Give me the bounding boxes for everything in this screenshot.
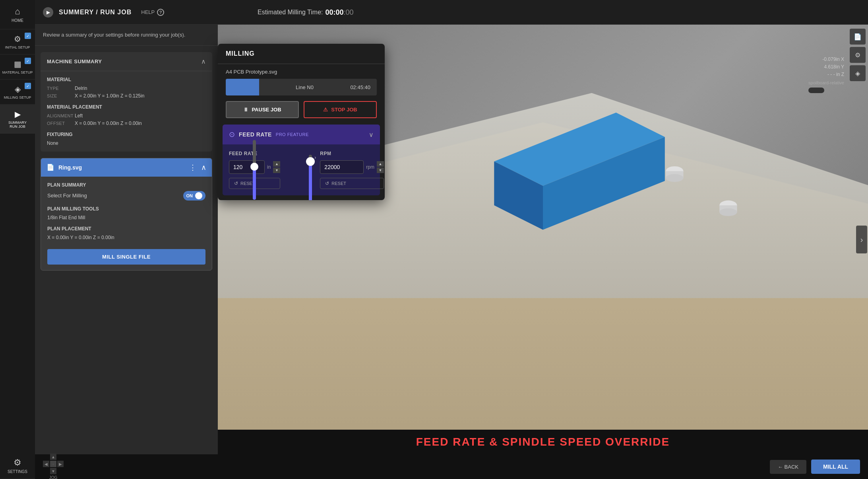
rpm-slider-container: › [309, 151, 316, 189]
feed-rate-unit: in [267, 164, 271, 170]
coord-x: -0.079in X [808, 56, 844, 63]
more-options-icon[interactable]: ⋮ [189, 163, 196, 172]
progress-bar-fill [226, 79, 259, 95]
rpm-slider-thumb[interactable] [306, 157, 315, 166]
speedometer-icon: ⊙ [229, 130, 235, 139]
plan-placement-coords: X = 0.00in Y = 0.00in Z = 0.00in [47, 235, 205, 240]
help-label: HELP [141, 9, 155, 15]
coordinates-display: -0.079in X 4.618in Y - - - in Z spoilboa… [808, 56, 844, 93]
coord-toggle[interactable] [808, 88, 824, 93]
machine-summary-card: MACHINE SUMMARY ∧ MATERIAL TYPE Delrin S… [41, 52, 212, 152]
estimated-time-bold: 00:00 [326, 8, 344, 17]
mill-all-button[interactable]: MILL ALL [811, 460, 860, 474]
feed-rate-title-row: ⊙ FEED RATE PRO FEATURE [229, 130, 309, 139]
rpm-reset-button[interactable]: ↺ RESET [320, 178, 384, 189]
rpm-slider-track[interactable] [309, 155, 312, 200]
pause-label: PAUSE JOB [252, 107, 281, 113]
svg-point-12 [719, 208, 737, 216]
jog-left-icon[interactable]: ◀ [43, 461, 49, 467]
jog-right-icon[interactable]: ▶ [57, 461, 64, 467]
milling-dialog-header: MILLING [218, 44, 385, 64]
bottom-right-buttons: ← BACK MILL ALL [770, 460, 860, 474]
sidebar-item-label: MILLING SETUP [4, 95, 31, 99]
pause-job-button[interactable]: ⏸ PAUSE JOB [226, 101, 299, 118]
feed-rate-up-button[interactable]: ▲ [273, 161, 280, 167]
material-section-label: MATERIAL [47, 77, 206, 82]
sidebar-item-label: HOME [12, 18, 23, 23]
coord-y: 4.618in Y [808, 63, 844, 71]
milling-dialog: MILLING A4 PCB Prototype.svg Line N0 02:… [218, 44, 385, 200]
material-size-key: SIZE [47, 93, 75, 98]
pause-icon: ⏸ [243, 107, 248, 113]
rpm-slider-fill [309, 161, 312, 200]
sidebar-item-milling-setup[interactable]: ✓ ◈ MILLING SETUP [0, 80, 35, 105]
sidebar-item-material-setup[interactable]: ✓ ▦ MATERIAL SETUP [0, 55, 35, 80]
file-card-header[interactable]: 📄 Ring.svg ⋮ ∧ [41, 158, 212, 177]
sidebar-item-settings[interactable]: ⚙ SETTINGS [0, 453, 35, 479]
feed-rate-spinner: ▲ ▼ [273, 161, 280, 173]
initial-setup-icon: ⚙ [14, 34, 21, 44]
offset-val: X = 0.00in Y = 0.00in Z = 0.00in [75, 121, 142, 126]
sidebar-item-summary-run-job[interactable]: ▶ SUMMARYRUN JOB [0, 105, 35, 134]
sidebar: ⌂ HOME ✓ ⚙ INITIAL SETUP ✓ ▦ MATERIAL SE… [0, 0, 35, 479]
machine-summary-header[interactable]: MACHINE SUMMARY ∧ [41, 52, 212, 71]
file-tool-button[interactable]: 📄 [850, 29, 866, 45]
milling-setup-icon: ◈ [15, 84, 21, 94]
gear-tool-button[interactable]: ⚙ [850, 47, 866, 63]
chevron-up-icon: ∧ [201, 58, 206, 65]
stop-job-button[interactable]: ⚠ STOP JOB [304, 101, 377, 118]
jog-down-icon[interactable]: ▼ [50, 468, 56, 474]
alignment-key: ALIGNMENT [47, 113, 75, 118]
feed-rate-slider-thumb[interactable] [250, 163, 258, 171]
feed-rate-slider-container [253, 151, 256, 189]
feed-rate-header[interactable]: ⊙ FEED RATE PRO FEATURE ∨ [223, 125, 380, 144]
material-type-val: Delrin [75, 86, 87, 91]
progress-section: Line N0 02:45:40 [218, 79, 385, 101]
cube-tool-button[interactable]: ◈ [850, 65, 866, 81]
feed-rate-input[interactable] [229, 160, 265, 174]
progress-line-label: Line N0 [259, 84, 351, 90]
right-panel-chevron[interactable]: › [856, 226, 867, 253]
sidebar-item-label: SUMMARYRUN JOB [8, 121, 27, 129]
rpm-reset-icon: ↺ [325, 181, 329, 186]
stop-label: STOP JOB [331, 107, 357, 113]
select-for-milling-label: Select For Milling [47, 193, 87, 199]
feed-rate-down-button[interactable]: ▼ [273, 167, 280, 173]
back-button[interactable]: ← BACK [770, 460, 806, 474]
plan-placement-label: PLAN PLACEMENT [47, 226, 205, 232]
help-icon: ? [157, 9, 164, 16]
chevron-up-icon[interactable]: ∧ [201, 163, 206, 172]
offset-row: OFFSET X = 0.00in Y = 0.00in Z = 0.00in [47, 121, 206, 126]
rpm-input-row: rpm ▲ ▼ [320, 160, 384, 174]
settings-icon: ⚙ [14, 458, 21, 468]
check-badge: ✓ [25, 58, 31, 64]
play-button[interactable]: ▶ [43, 7, 53, 18]
alignment-row: ALIGNMENT Left [47, 113, 206, 119]
toggle-circle [195, 192, 202, 199]
toggle-state: ON [186, 193, 193, 198]
help-button[interactable]: HELP ? [141, 9, 164, 16]
estimated-time-label: Estimated Milling Time: [258, 9, 323, 16]
material-setup-icon: ▦ [14, 59, 21, 69]
sidebar-item-initial-setup[interactable]: ✓ ⚙ INITIAL SETUP [0, 29, 35, 55]
estimated-time-display: Estimated Milling Time: 00:00 :00 [258, 0, 354, 25]
feed-rate-title: FEED RATE [239, 131, 272, 138]
rpm-down-button[interactable]: ▼ [377, 167, 384, 173]
chevron-down-icon: ∨ [369, 131, 374, 138]
mill-single-file-button[interactable]: MILL SINGLE FILE [47, 249, 205, 265]
file-card-title-group: 📄 Ring.svg [46, 164, 82, 171]
check-badge: ✓ [25, 83, 31, 89]
milling-title: MILLING [226, 50, 255, 57]
file-card: 📄 Ring.svg ⋮ ∧ PLAN SUMMARY Select For M… [41, 158, 212, 271]
rpm-slider-arrow[interactable]: › [314, 155, 316, 160]
coord-ref: spoilboard-relative [808, 80, 844, 85]
rpm-input[interactable] [320, 160, 364, 174]
feed-rate-slider-track[interactable] [253, 140, 256, 200]
bottom-banner: FEED RATE & SPINDLE SPEED OVERRIDE [218, 430, 868, 454]
sidebar-item-home[interactable]: ⌂ HOME [0, 0, 35, 29]
select-for-milling-row: Select For Milling ON [47, 191, 205, 201]
sidebar-item-label: INITIAL SETUP [5, 45, 30, 49]
jog-up-icon[interactable]: ▲ [50, 454, 56, 460]
rpm-up-button[interactable]: ▲ [377, 161, 384, 167]
select-for-milling-toggle[interactable]: ON [183, 191, 206, 201]
